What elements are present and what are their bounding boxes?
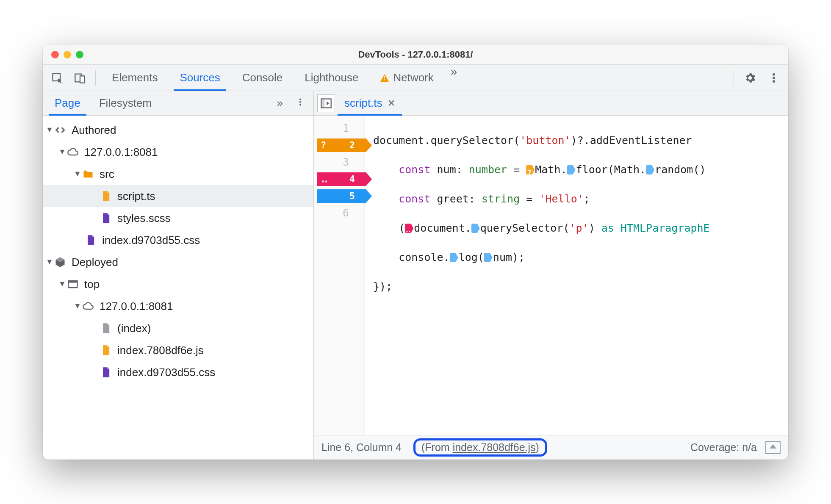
file-icon [100,190,112,202]
separator [95,70,96,86]
breakpoint-icon[interactable]: 5 [317,189,366,203]
device-toolbar-icon[interactable] [70,68,90,88]
step-marker-icon [450,253,458,262]
cursor-position: Line 6, Column 4 [321,441,402,454]
titlebar: DevTools - 127.0.0.1:8081/ [43,44,788,65]
gear-icon[interactable] [740,68,760,88]
file-icon [84,234,97,246]
tree-label: index.d9703d55.css [117,366,215,379]
separator [734,70,734,86]
navigator-sidebar: Page Filesystem » ▼ Authored ▼ 127.0.0.1… [43,91,314,460]
cube-icon [54,256,66,269]
show-drawer-button[interactable] [765,441,781,454]
code-icon [54,124,66,136]
tab-sources[interactable]: Sources [169,65,231,91]
line-number[interactable]: 6 [314,205,361,222]
code-content[interactable]: document.querySelector('button')?.addEve… [365,116,788,435]
tab-network-label: Network [393,71,433,84]
tree-label: Deployed [72,256,118,269]
tree-group-authored[interactable]: ▼ Authored [43,119,313,141]
tree-label: top [84,278,100,291]
window-controls [43,51,83,58]
tab-elements[interactable]: Elements [101,65,169,91]
main-tabstrip: Elements Sources Console Lighthouse Netw… [101,65,463,91]
window-title: DevTools - 127.0.0.1:8081/ [43,49,788,60]
tree-label: src [100,168,114,181]
tree-label: 127.0.0.1:8081 [100,300,173,313]
close-window-button[interactable] [51,51,59,58]
tree-file-indexcss[interactable]: index.d9703d55.css [43,229,313,251]
navigator-menu-icon[interactable] [290,97,311,110]
tab-lighthouse[interactable]: Lighthouse [294,65,369,91]
line-number[interactable]: 3 [314,154,361,171]
step-marker-icon [567,165,576,174]
cloud-icon [66,146,79,158]
tree-file-styles[interactable]: styles.scss [43,207,313,229]
zoom-window-button[interactable] [76,51,83,58]
svg-point-7 [299,101,301,103]
svg-rect-12 [321,99,324,108]
svg-point-3 [773,73,775,76]
breakpoint-conditional-icon[interactable]: ?2 [317,138,366,152]
tree-file-indexjs[interactable]: index.7808df6e.js [43,339,313,361]
line-number[interactable]: 1 [314,120,361,137]
file-icon [100,322,112,335]
minimize-window-button[interactable] [64,51,71,58]
file-icon [100,212,112,224]
tree-label: (index) [117,322,151,335]
toggle-navigator-button[interactable] [317,94,335,112]
main-toolbar: Elements Sources Console Lighthouse Netw… [43,65,788,91]
step-marker-icon [484,253,493,262]
step-marker-icon [526,165,535,174]
editor-tabstrip: script.ts ✕ [314,91,788,116]
tree-label: index.7808df6e.js [117,344,204,357]
warning-icon [380,74,389,82]
tree-label: styles.scss [117,212,171,225]
tree-file-script[interactable]: script.ts [43,185,313,207]
step-marker-icon [405,224,413,233]
tab-network[interactable]: Network [369,65,444,91]
devtools-window: DevTools - 127.0.0.1:8081/ Elements Sour… [43,44,788,460]
close-icon[interactable]: ✕ [388,98,395,109]
tab-page[interactable]: Page [45,91,90,115]
tree-group-deployed[interactable]: ▼ Deployed [43,251,313,273]
tab-filesystem[interactable]: Filesystem [90,91,161,115]
gutter[interactable]: 1 ?2 3 ‥4 5 6 [314,116,365,435]
tree-folder-src[interactable]: ▼ src [43,163,313,185]
source-map-link[interactable]: index.7808df6e.js [453,441,536,453]
step-marker-icon [471,224,480,233]
tree-file-indexcss2[interactable]: index.d9703d55.css [43,361,313,383]
svg-point-8 [299,104,301,105]
tree-host-deployed[interactable]: ▼ 127.0.0.1:8081 [43,295,313,317]
body-area: Page Filesystem » ▼ Authored ▼ 127.0.0.1… [43,91,788,460]
editor-panel: script.ts ✕ 1 ?2 3 ‥4 5 6 document.query… [314,91,788,460]
tree-file-index[interactable]: (index) [43,317,313,339]
coverage-label: Coverage: n/a [690,441,757,454]
tree-label: Authored [72,124,116,137]
breakpoint-logpoint-icon[interactable]: ‥4 [317,172,366,186]
tree-label: 127.0.0.1:8081 [84,146,158,159]
file-icon [100,344,112,357]
tree-label: index.d9703d55.css [102,234,200,247]
tree-label: script.ts [117,190,155,203]
tree-frame-top[interactable]: ▼ top [43,273,313,295]
tabs-overflow-button[interactable]: » [445,65,463,91]
editor-tab-script[interactable]: script.ts ✕ [338,91,402,115]
navigator-overflow-button[interactable]: » [270,97,290,110]
cloud-icon [82,300,94,313]
file-tree: ▼ Authored ▼ 127.0.0.1:8081 ▼ src [43,116,313,460]
tree-host[interactable]: ▼ 127.0.0.1:8081 [43,141,313,163]
svg-point-6 [299,99,301,100]
folder-icon [82,168,94,180]
tab-console[interactable]: Console [231,65,294,91]
kebab-menu-icon[interactable] [764,68,784,88]
source-map-origin: (From index.7808df6e.js) [413,438,547,457]
svg-point-5 [773,80,775,83]
toolbar-right [731,68,784,88]
code-editor[interactable]: 1 ?2 3 ‥4 5 6 document.querySelector('bu… [314,116,788,435]
inspect-element-icon[interactable] [47,68,67,88]
editor-tab-label: script.ts [344,97,382,110]
svg-point-4 [773,77,775,79]
svg-rect-10 [69,281,78,283]
file-icon [100,366,112,379]
